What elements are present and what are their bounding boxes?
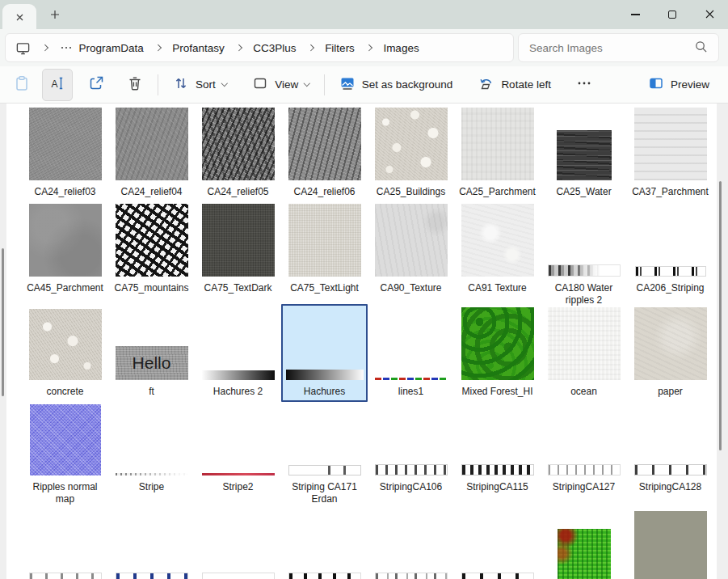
file-thumbnail[interactable] <box>548 464 621 475</box>
file-thumbnail[interactable] <box>461 204 534 277</box>
file-tile[interactable]: CA25_Buildings <box>368 108 454 198</box>
file-tile[interactable]: concrete <box>22 306 108 402</box>
file-tile[interactable]: CA45_Parchment <box>22 204 108 306</box>
new-tab-button[interactable] <box>45 6 65 25</box>
breadcrumb-chevron-icon[interactable] <box>155 44 162 51</box>
file-tile[interactable]: CA91 Texture <box>454 204 541 306</box>
file-thumbnail[interactable] <box>634 307 707 380</box>
file-thumbnail[interactable] <box>558 529 611 579</box>
file-thumbnail[interactable] <box>375 378 448 380</box>
breadcrumb-overflow-button[interactable] <box>60 42 73 53</box>
file-thumbnail[interactable] <box>548 264 621 277</box>
active-tab[interactable] <box>2 4 36 29</box>
breadcrumb-chevron-icon[interactable] <box>42 44 48 51</box>
file-tile[interactable]: CA37_Parchment <box>627 108 713 198</box>
file-thumbnail[interactable] <box>202 108 275 180</box>
file-tile[interactable]: Striping CA171 Erdan <box>281 404 368 505</box>
breadcrumb-chevron-icon[interactable] <box>307 44 314 51</box>
file-thumbnail[interactable] <box>461 573 534 579</box>
file-tile[interactable]: CA25_Parchment <box>454 108 541 198</box>
file-tile[interactable] <box>281 511 368 579</box>
file-thumbnail[interactable] <box>202 573 275 579</box>
file-thumbnail[interactable] <box>288 108 361 180</box>
file-tile[interactable]: StripingCA115 <box>454 404 541 505</box>
file-tile[interactable]: paper <box>627 306 713 402</box>
more-options-button[interactable] <box>570 71 599 99</box>
file-tile[interactable] <box>541 511 627 579</box>
file-thumbnail[interactable] <box>461 464 534 475</box>
file-tile[interactable]: CA75_TextDark <box>195 204 281 306</box>
file-tile[interactable]: Ripples normal map <box>22 404 108 505</box>
file-thumbnail[interactable] <box>634 108 707 180</box>
file-thumbnail[interactable] <box>548 307 621 380</box>
file-thumbnail[interactable] <box>375 573 448 579</box>
breadcrumb-chevron-icon[interactable] <box>236 44 242 51</box>
search-box[interactable] <box>518 33 719 62</box>
file-thumbnail[interactable] <box>635 266 706 277</box>
file-tile[interactable]: StripingCA106 <box>368 404 454 505</box>
file-tile[interactable]: CA90_Texture <box>368 204 454 306</box>
file-tile[interactable] <box>195 511 281 579</box>
file-tile[interactable]: lines1 <box>368 306 454 402</box>
file-thumbnail[interactable] <box>116 204 188 277</box>
breadcrumb-item-cc3plus[interactable]: CC3Plus <box>250 42 299 54</box>
file-thumbnail[interactable] <box>634 464 707 475</box>
file-tile[interactable]: Mixed Forest_HI <box>454 306 541 402</box>
file-tile[interactable]: StripingCA127 <box>541 404 627 505</box>
file-thumbnail[interactable] <box>29 108 102 180</box>
file-tile[interactable] <box>108 511 195 579</box>
file-tile[interactable]: Stripe2 <box>195 404 281 505</box>
file-tile[interactable]: Hachures 2 <box>195 306 281 402</box>
preview-button[interactable]: Preview <box>641 69 717 101</box>
breadcrumb-item-filters[interactable]: Filters <box>322 42 358 54</box>
share-button[interactable] <box>81 69 112 101</box>
file-tile[interactable]: Stripe <box>108 404 195 505</box>
file-thumbnail[interactable] <box>375 204 448 277</box>
left-scrollbar-thumb[interactable] <box>2 248 4 396</box>
tab-close-icon[interactable] <box>16 10 23 24</box>
file-tile[interactable]: CA25_Water <box>541 108 627 198</box>
file-thumbnail[interactable] <box>116 108 188 180</box>
file-tile[interactable] <box>22 511 108 579</box>
file-tile[interactable]: CA24_relief06 <box>281 108 368 198</box>
file-thumbnail[interactable] <box>288 573 361 579</box>
search-input[interactable] <box>529 42 694 54</box>
file-thumbnail[interactable] <box>202 473 275 475</box>
file-thumbnail[interactable] <box>557 130 612 180</box>
file-thumbnail[interactable] <box>286 370 364 380</box>
file-thumbnail[interactable] <box>29 309 102 380</box>
close-button[interactable] <box>691 0 728 29</box>
file-tile[interactable]: CA24_relief04 <box>108 108 195 198</box>
rotate-left-button[interactable]: Rotate left <box>471 69 558 101</box>
breadcrumb-item-images[interactable]: Images <box>380 42 422 54</box>
file-tile[interactable]: CA180 Water ripples 2 <box>541 204 627 306</box>
file-tile[interactable]: CA24_relief05 <box>195 108 281 198</box>
file-thumbnail[interactable] <box>29 204 102 277</box>
file-thumbnail[interactable] <box>202 204 275 277</box>
maximize-button[interactable] <box>654 0 691 29</box>
breadcrumb-chevron-icon[interactable] <box>366 44 372 51</box>
file-thumbnail[interactable] <box>29 573 102 579</box>
file-thumbnail[interactable] <box>375 108 448 180</box>
file-tile[interactable]: StripingCA128 <box>627 404 713 505</box>
file-tile[interactable]: CA206_Striping <box>627 204 713 306</box>
address-bar[interactable]: ProgramData Profantasy CC3Plus Filters I… <box>5 33 514 62</box>
view-button[interactable]: View <box>245 69 317 101</box>
file-tile[interactable]: Helloft <box>108 306 195 402</box>
file-tile[interactable]: CA75_TextLight <box>281 204 368 306</box>
search-icon[interactable] <box>694 40 708 57</box>
this-pc-icon[interactable] <box>15 40 31 56</box>
vertical-scrollbar-thumb[interactable] <box>719 181 722 450</box>
file-tile[interactable]: ocean <box>541 306 627 402</box>
sort-button[interactable]: Sort <box>166 69 234 101</box>
breadcrumb-item-profantasy[interactable]: Profantasy <box>169 42 228 54</box>
file-tile[interactable] <box>627 511 713 579</box>
file-tile[interactable]: Hachures <box>281 304 368 402</box>
file-thumbnail[interactable] <box>375 464 448 475</box>
file-thumbnail[interactable] <box>461 307 534 380</box>
file-tile[interactable]: CA24_relief03 <box>22 108 108 198</box>
file-thumbnail[interactable] <box>288 465 361 475</box>
paste-button[interactable] <box>6 69 37 101</box>
delete-button[interactable] <box>120 69 150 101</box>
file-tile[interactable] <box>454 511 541 579</box>
